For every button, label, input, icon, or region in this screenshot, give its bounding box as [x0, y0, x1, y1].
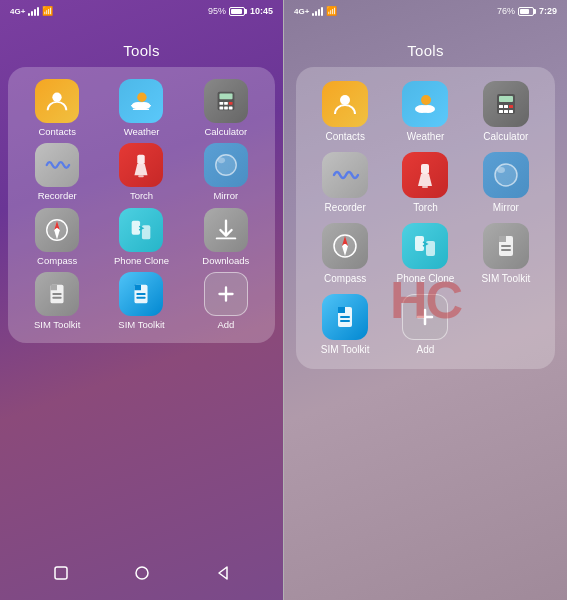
svg-rect-9: [219, 107, 223, 110]
right-app-simtoolkit2[interactable]: SIM Toolkit: [308, 294, 382, 355]
r-signal-bar-3: [318, 9, 320, 16]
svg-rect-46: [509, 110, 513, 113]
svg-rect-49: [422, 186, 428, 188]
svg-marker-48: [418, 174, 432, 186]
right-calculator-label: Calculator: [483, 131, 528, 142]
svg-marker-13: [135, 165, 148, 176]
right-wifi-icon: 📶: [326, 6, 337, 16]
svg-point-21: [55, 228, 59, 232]
svg-marker-63: [338, 307, 345, 313]
svg-rect-64: [340, 316, 350, 318]
svg-point-51: [497, 167, 505, 173]
left-app-weather[interactable]: Weather: [100, 79, 182, 137]
right-battery-icon: [518, 7, 536, 16]
svg-rect-42: [504, 105, 508, 108]
right-app-simtoolkit[interactable]: SIM Toolkit: [469, 223, 543, 284]
right-contacts-icon: [322, 81, 368, 127]
svg-rect-14: [139, 176, 145, 178]
left-app-add[interactable]: Add: [185, 272, 267, 330]
svg-rect-41: [499, 105, 503, 108]
right-phoneclone-icon: [402, 223, 448, 269]
left-app-recorder[interactable]: Recorder: [16, 143, 98, 201]
left-calculator-icon: [204, 79, 248, 123]
left-weather-label: Weather: [124, 127, 160, 137]
right-app-compass[interactable]: Compass: [308, 223, 382, 284]
left-app-calculator[interactable]: Calculator: [185, 79, 267, 137]
svg-point-0: [52, 93, 61, 102]
svg-rect-45: [504, 110, 508, 113]
right-app-calculator[interactable]: Calculator: [469, 81, 543, 142]
right-app-phoneclone[interactable]: Phone Clone: [388, 223, 462, 284]
right-app-weather[interactable]: Weather: [388, 81, 462, 142]
left-phone-screen: 4G+ 📶 95% 10:45 Tools: [0, 0, 283, 600]
signal-bar-2: [31, 11, 33, 16]
svg-rect-12: [138, 155, 145, 164]
left-mirror-icon: [204, 143, 248, 187]
left-phoneclone-icon: [119, 208, 163, 252]
left-compass-label: Compass: [37, 256, 77, 266]
svg-rect-30: [137, 293, 146, 295]
left-app-torch[interactable]: Torch: [100, 143, 182, 201]
left-battery-pct: 95%: [208, 6, 226, 16]
svg-rect-32: [55, 567, 67, 579]
left-apps-grid: Contacts Weather: [16, 79, 267, 331]
svg-rect-26: [52, 293, 61, 295]
left-app-mirror[interactable]: Mirror: [185, 143, 267, 201]
right-phone-screen: HC 4G+ 📶 76% 7:29 Tools: [284, 0, 567, 600]
left-downloads-label: Downloads: [202, 256, 249, 266]
right-app-mirror[interactable]: Mirror: [469, 152, 543, 213]
right-app-torch[interactable]: Torch: [388, 152, 462, 213]
left-calculator-label: Calculator: [204, 127, 247, 137]
svg-rect-57: [426, 241, 435, 256]
r-signal-bar-4: [321, 7, 323, 16]
left-contacts-icon: [35, 79, 79, 123]
left-folder-container: Contacts Weather: [8, 67, 275, 343]
right-compass-label: Compass: [324, 273, 366, 284]
left-torch-icon: [119, 143, 163, 187]
left-phoneclone-label: Phone Clone: [114, 256, 169, 266]
left-app-simtoolkit2[interactable]: SIM Toolkit: [100, 272, 182, 330]
left-mirror-label: Mirror: [213, 191, 238, 201]
right-simtoolkit2-icon: [322, 294, 368, 340]
right-phoneclone-label: Phone Clone: [397, 273, 455, 284]
svg-rect-5: [219, 94, 232, 100]
svg-marker-29: [135, 285, 142, 291]
svg-point-3: [138, 102, 151, 109]
svg-rect-65: [340, 320, 350, 322]
signal-bar-3: [34, 9, 36, 16]
right-app-contacts[interactable]: Contacts: [308, 81, 382, 142]
left-nav-back[interactable]: [212, 562, 234, 584]
left-app-simtoolkit1[interactable]: SIM Toolkit: [16, 272, 98, 330]
svg-point-35: [340, 95, 350, 105]
left-app-downloads[interactable]: Downloads: [185, 208, 267, 266]
left-nav-circle[interactable]: [131, 562, 153, 584]
left-app-contacts[interactable]: Contacts: [16, 79, 98, 137]
right-torch-label: Torch: [413, 202, 437, 213]
left-app-phoneclone[interactable]: Phone Clone: [100, 208, 182, 266]
svg-rect-61: [501, 249, 511, 251]
svg-marker-59: [499, 236, 506, 242]
svg-rect-7: [224, 102, 228, 105]
right-folder-title: Tools: [284, 42, 567, 59]
r-signal-bar-1: [312, 13, 314, 16]
left-status-right: 95% 10:45: [208, 6, 273, 16]
right-time: 7:29: [539, 6, 557, 16]
right-status-left: 4G+ 📶: [294, 6, 337, 16]
left-nav-square[interactable]: [50, 562, 72, 584]
left-nav-bar: [0, 550, 283, 600]
left-time: 10:45: [250, 6, 273, 16]
right-mirror-label: Mirror: [493, 202, 519, 213]
left-compass-icon: [35, 208, 79, 252]
left-recorder-icon: [35, 143, 79, 187]
svg-rect-31: [137, 297, 146, 299]
right-status-right: 76% 7:29: [497, 6, 557, 16]
svg-rect-8: [229, 102, 233, 105]
right-app-recorder[interactable]: Recorder: [308, 152, 382, 213]
svg-point-16: [217, 158, 224, 164]
signal-bar-4: [37, 7, 39, 16]
left-status-left: 4G+ 📶: [10, 6, 53, 16]
left-app-compass[interactable]: Compass: [16, 208, 98, 266]
right-folder-container: Contacts Weather: [296, 67, 555, 369]
right-signal-label: 4G+: [294, 7, 309, 16]
right-app-add[interactable]: Add: [388, 294, 462, 355]
